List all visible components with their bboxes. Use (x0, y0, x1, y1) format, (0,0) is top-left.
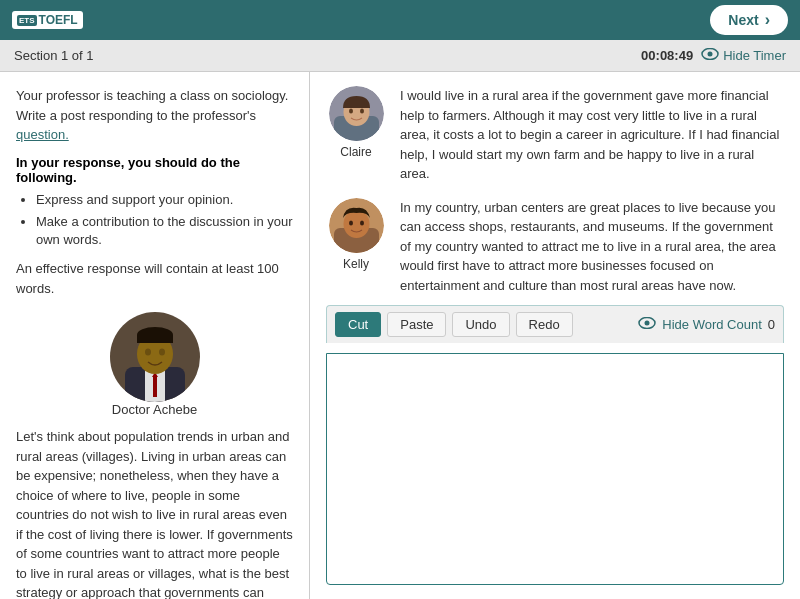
svg-point-18 (360, 109, 364, 114)
logo-area: ETS TOEFL (12, 11, 83, 29)
claire-avatar (329, 86, 384, 141)
response-editor[interactable] (326, 353, 784, 585)
svg-point-26 (645, 321, 650, 326)
claire-text: I would live in a rural area if the gove… (400, 86, 784, 184)
kelly-name: Kelly (343, 257, 369, 271)
undo-button[interactable]: Undo (452, 312, 509, 337)
svg-point-1 (708, 52, 713, 57)
timer-value: 00:08:49 (641, 48, 693, 63)
redo-button[interactable]: Redo (516, 312, 573, 337)
professor-question: Let's think about population trends in u… (16, 427, 293, 599)
svg-point-24 (360, 220, 364, 225)
svg-point-17 (349, 109, 353, 114)
professor-avatar (110, 312, 200, 402)
claire-name: Claire (340, 145, 371, 159)
section-label: Section 1 of 1 (14, 48, 94, 63)
timer-area: 00:08:49 Hide Timer (641, 48, 786, 63)
next-chevron-icon: › (765, 11, 770, 29)
svg-rect-7 (153, 377, 157, 397)
student-response-claire: Claire I would live in a rural area if t… (326, 86, 784, 184)
cut-button[interactable]: Cut (335, 312, 381, 337)
svg-point-22 (343, 210, 369, 238)
kelly-avatar-wrap: Kelly (326, 198, 386, 271)
editor-toolbar: Cut Paste Undo Redo Hide Word Count 0 (326, 305, 784, 343)
bullet-list: Express and support your opinion. Make a… (36, 191, 293, 250)
header: ETS TOEFL Next › (0, 0, 800, 40)
instructions-bold: In your response, you should do the foll… (16, 155, 293, 185)
prompt-link[interactable]: question. (16, 127, 69, 142)
next-label: Next (728, 12, 758, 28)
ets-label: ETS (17, 15, 37, 26)
word-count-area: Hide Word Count 0 (638, 317, 775, 332)
hide-word-count-button[interactable]: Hide Word Count (662, 317, 761, 332)
next-button[interactable]: Next › (710, 5, 788, 35)
prompt-text: Your professor is teaching a class on so… (16, 86, 293, 145)
student-response-kelly: Kelly In my country, urban centers are g… (326, 198, 784, 296)
kelly-text: In my country, urban centers are great p… (400, 198, 784, 296)
kelly-avatar (329, 198, 384, 253)
prompt-line1: Your professor is teaching a class on so… (16, 88, 288, 103)
eye-icon (701, 48, 719, 63)
left-panel: Your professor is teaching a class on so… (0, 72, 310, 599)
logo-box: ETS TOEFL (12, 11, 83, 29)
prompt-line2: Write a post responding to the professor… (16, 108, 256, 123)
hide-timer-label: Hide Timer (723, 48, 786, 63)
svg-point-23 (349, 220, 353, 225)
effective-text: An effective response will contain at le… (16, 259, 293, 298)
right-panel: Claire I would live in a rural area if t… (310, 72, 800, 599)
professor-name: Doctor Achebe (112, 402, 197, 417)
claire-avatar-svg (329, 86, 384, 141)
main-content: Your professor is teaching a class on so… (0, 72, 800, 599)
kelly-avatar-svg (329, 198, 384, 253)
professor-avatar-container: Doctor Achebe (16, 312, 293, 417)
eye-icon-wordcount (638, 317, 656, 332)
toefl-label: TOEFL (39, 13, 78, 27)
student-responses: Claire I would live in a rural area if t… (326, 86, 784, 295)
bullet-item-1: Express and support your opinion. (36, 191, 293, 209)
sub-header: Section 1 of 1 00:08:49 Hide Timer (0, 40, 800, 72)
paste-button[interactable]: Paste (387, 312, 446, 337)
svg-rect-12 (137, 335, 173, 343)
claire-avatar-wrap: Claire (326, 86, 386, 159)
bullet-item-2: Make a contribution to the discussion in… (36, 213, 293, 249)
svg-point-10 (159, 349, 165, 356)
word-count-number: 0 (768, 317, 775, 332)
svg-point-9 (145, 349, 151, 356)
hide-timer-button[interactable]: Hide Timer (701, 48, 786, 63)
